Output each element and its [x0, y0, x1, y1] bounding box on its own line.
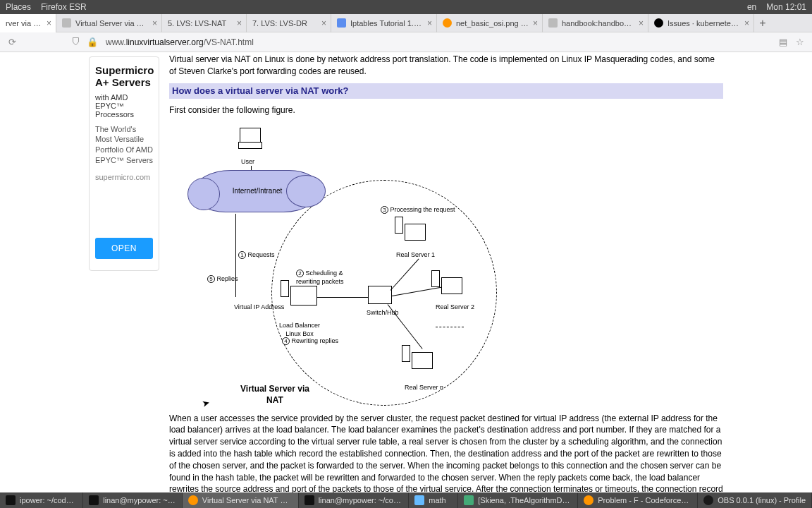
- terminal-icon: [89, 495, 99, 505]
- figure-title: Virtual Server via NAT: [240, 383, 310, 407]
- taskbar: ipower: ~/codes/co... linan@mypower: ~/V…: [0, 492, 812, 508]
- taskbar-item[interactable]: linan@mypower: ~/codes/lin...: [299, 492, 410, 508]
- firefox-icon: [584, 495, 593, 505]
- tab-3[interactable]: 5. LVS: LVS-NAT×: [162, 14, 247, 32]
- close-icon[interactable]: ×: [152, 18, 157, 28]
- rsn-label: Real Server n: [405, 383, 443, 392]
- tab-title: 5. LVS: LVS-NAT: [168, 19, 233, 28]
- tab-title: Virtual Server via Direct: [75, 19, 148, 28]
- tab-title: 7. LVS: LVS-DR: [252, 19, 317, 28]
- tab-4[interactable]: 7. LVS: LVS-DR×: [247, 14, 331, 32]
- close-icon[interactable]: ×: [639, 18, 644, 28]
- terminal-icon: [6, 495, 16, 505]
- os-menubar: Places Firefox ESR en Mon 12:01: [0, 0, 812, 14]
- reader-mode-icon[interactable]: ▤: [777, 37, 789, 47]
- bookmark-icon[interactable]: ☆: [794, 37, 806, 47]
- os-app-menu[interactable]: Firefox ESR: [41, 2, 87, 12]
- close-icon[interactable]: ×: [427, 18, 432, 28]
- taskbar-item[interactable]: Problem - F - Codeforces - ...: [578, 492, 698, 508]
- tab-5[interactable]: Iptables Tutorial 1.2.2×: [331, 14, 437, 32]
- task-label: ipower: ~/codes/co...: [20, 496, 77, 504]
- os-places-menu[interactable]: Places: [6, 2, 31, 12]
- tab-title: rver via NAT: [6, 19, 42, 28]
- task-label: math: [429, 496, 445, 504]
- url-prefix: www.: [106, 37, 126, 47]
- diagram-figure: User Internet/Intranet 1 Requests 5 Repl…: [169, 122, 515, 411]
- step-3-label: 3 Processing the request: [381, 205, 455, 214]
- favicon-icon: [337, 18, 346, 28]
- taskbar-item[interactable]: [Skiena, .TheAlgorithmDesi...: [458, 492, 578, 508]
- user-computer-icon: [236, 128, 264, 157]
- tab-2[interactable]: Virtual Server via Direct×: [56, 14, 162, 32]
- shield-icon[interactable]: ⛉: [69, 37, 82, 47]
- close-icon[interactable]: ×: [237, 18, 242, 28]
- ad-description: The World's Most Versatile Portfolio Of …: [95, 124, 153, 166]
- favicon-icon: [443, 18, 452, 28]
- task-label: [Skiena, .TheAlgorithmDesi...: [478, 496, 572, 504]
- cloud-icon: Internet/Intranet: [194, 170, 321, 212]
- lock-icon[interactable]: 🔒: [86, 37, 99, 47]
- taskbar-item[interactable]: OBS 0.0.1 (linux) - Profile: [698, 492, 812, 508]
- favicon-icon: [654, 18, 663, 28]
- connector-line: [235, 214, 236, 297]
- rs2-label: Real Server 2: [436, 303, 474, 312]
- vip-label: Virtual IP Address: [234, 303, 284, 312]
- url-domain: linuxvirtualserver.org: [126, 37, 204, 47]
- step-1-label: 1 Requests: [238, 250, 275, 260]
- cloud-label: Internet/Intranet: [233, 186, 283, 196]
- task-label: linan@mypower: ~/Videos: [103, 496, 176, 504]
- taskbar-item[interactable]: math: [409, 492, 458, 508]
- ad-open-button[interactable]: OPEN: [95, 238, 153, 259]
- taskbar-item[interactable]: ipower: ~/codes/co...: [0, 492, 83, 508]
- book-icon: [464, 495, 474, 505]
- ad-domain: supermicro.com: [95, 173, 153, 181]
- connector-line: [317, 297, 368, 298]
- tab-strip: rver via NAT× Virtual Server via Direct×…: [0, 14, 812, 32]
- ad-title: Supermicro A+ Servers: [95, 64, 153, 89]
- tab-1[interactable]: rver via NAT×: [0, 14, 56, 32]
- tab-title: Iptables Tutorial 1.2.2: [350, 19, 423, 28]
- tab-title: Issues · kubernetes/kube: [668, 19, 740, 28]
- close-icon[interactable]: ×: [744, 18, 749, 28]
- task-label: Virtual Server via NAT — Mozi...: [202, 496, 293, 504]
- reload-icon[interactable]: ⟳: [6, 37, 18, 47]
- close-icon[interactable]: ×: [321, 18, 326, 28]
- ellipsis-dots: [436, 327, 464, 327]
- step-5-label: 5 Replies: [207, 274, 238, 284]
- url-bar-row: ⟳ ⛉ 🔒 www.linuxvirtualserver.org/VS-NAT.…: [0, 32, 812, 52]
- explanation-paragraph: When a user accesses the service provide…: [169, 413, 723, 492]
- intro-paragraph: Virtual server via NAT on Linux is done …: [169, 54, 723, 78]
- ad-card[interactable]: Supermicro A+ Servers with AMD EPYC™ Pro…: [89, 56, 159, 271]
- page-viewport: Supermicro A+ Servers with AMD EPYC™ Pro…: [0, 52, 812, 492]
- os-clock[interactable]: Mon 12:01: [766, 2, 806, 12]
- favicon-icon: [62, 18, 71, 28]
- tab-title: net_basic_osi.png (PNG: [456, 19, 529, 28]
- browser-chrome: rver via NAT× Virtual Server via Direct×…: [0, 14, 812, 52]
- task-label: linan@mypower: ~/codes/lin...: [319, 496, 403, 504]
- new-tab-button[interactable]: +: [754, 17, 771, 30]
- tab-6[interactable]: net_basic_osi.png (PNG×: [437, 14, 543, 32]
- url-bar[interactable]: www.linuxvirtualserver.org/VS-NAT.html: [103, 36, 773, 49]
- ad-subtitle: with AMD EPYC™ Processors: [95, 93, 153, 119]
- os-lang-indicator[interactable]: en: [747, 2, 756, 12]
- firefox-icon: [188, 495, 198, 505]
- tab-7[interactable]: handbook:handbook:net×: [543, 14, 648, 32]
- document-icon: [414, 495, 424, 505]
- step-2-label: 2 Scheduling & rewriting packets: [296, 269, 344, 286]
- user-label: User: [241, 157, 254, 167]
- obs-icon: [703, 495, 713, 505]
- favicon-icon: [548, 18, 558, 28]
- close-icon[interactable]: ×: [533, 18, 538, 28]
- terminal-icon: [304, 495, 314, 505]
- section-heading: How does a virtual server via NAT work?: [169, 83, 723, 99]
- taskbar-item[interactable]: linan@mypower: ~/Videos: [83, 492, 183, 508]
- tab-8[interactable]: Issues · kubernetes/kube×: [648, 14, 754, 32]
- close-icon[interactable]: ×: [47, 18, 51, 28]
- task-label: Problem - F - Codeforces - ...: [598, 496, 691, 504]
- step-4-label: 4 Rewriting replies: [282, 337, 338, 346]
- url-path: /VS-NAT.html: [204, 37, 254, 47]
- tab-title: handbook:handbook:net: [562, 19, 634, 28]
- taskbar-item[interactable]: Virtual Server via NAT — Mozi...: [183, 492, 299, 508]
- lead-paragraph: First consider the following figure.: [169, 104, 723, 116]
- rs1-label: Real Server 1: [396, 250, 435, 260]
